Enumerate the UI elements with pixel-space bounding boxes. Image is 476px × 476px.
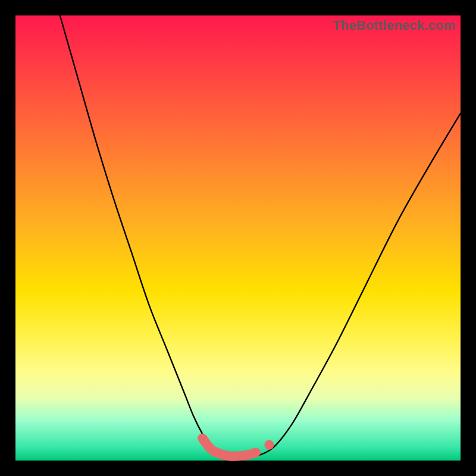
optimal-range-marker	[202, 439, 256, 456]
plot-svg	[15, 15, 461, 461]
optimal-edge-dot	[264, 440, 274, 450]
bottleneck-curve	[60, 15, 461, 457]
chart-area: TheBottleneck.com	[15, 15, 461, 461]
